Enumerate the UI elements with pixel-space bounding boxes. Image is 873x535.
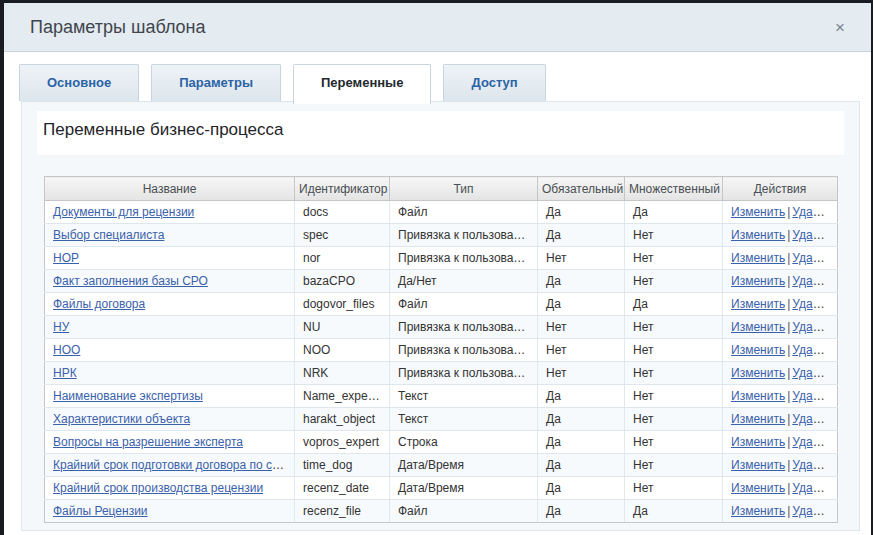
- table-row: НОО NOO Привязка к пользователю Нет Нет …: [45, 339, 838, 362]
- variable-type: Привязка к пользователю: [390, 316, 538, 339]
- edit-link[interactable]: Изменить: [731, 297, 785, 311]
- variable-type: Файл: [390, 500, 538, 523]
- variable-type: Текст: [390, 385, 538, 408]
- tab-bar: Основное Параметры Переменные Доступ: [19, 64, 856, 102]
- variable-identifier: docs: [295, 201, 390, 224]
- edit-link[interactable]: Изменить: [731, 389, 785, 403]
- variable-type: Текст: [390, 408, 538, 431]
- variable-multiple: Нет: [625, 270, 723, 293]
- variable-multiple: Нет: [625, 339, 723, 362]
- variable-type: Файл: [390, 293, 538, 316]
- variable-type: Привязка к пользователю: [390, 247, 538, 270]
- variable-multiple: Нет: [625, 477, 723, 500]
- variable-multiple: Нет: [625, 385, 723, 408]
- variable-name-link[interactable]: Выбор специалиста: [53, 228, 164, 242]
- variable-name-link[interactable]: Файлы договора: [53, 297, 145, 311]
- variable-type: Привязка к пользователю: [390, 362, 538, 385]
- edit-link[interactable]: Изменить: [731, 504, 785, 518]
- variable-multiple: Нет: [625, 316, 723, 339]
- variable-type: Строка: [390, 431, 538, 454]
- edit-link[interactable]: Изменить: [731, 320, 785, 334]
- variable-required: Нет: [538, 247, 625, 270]
- edit-link[interactable]: Изменить: [731, 458, 785, 472]
- edit-link[interactable]: Изменить: [731, 366, 785, 380]
- table-row: Файлы Рецензии recenz_file Файл Да Да Из…: [45, 500, 838, 523]
- action-separator: |: [787, 251, 790, 265]
- table-row: Наименование экспертизы Name_expertiz Те…: [45, 385, 838, 408]
- delete-link[interactable]: Удалить: [792, 228, 837, 242]
- variable-type: Да/Нет: [390, 270, 538, 293]
- variable-required: Да: [538, 385, 625, 408]
- variable-name-link[interactable]: Вопросы на разрешение эксперта: [53, 435, 243, 449]
- variable-name-link[interactable]: НУ: [53, 320, 69, 334]
- variables-table-body: Документы для рецензии docs Файл Да Да И…: [45, 201, 838, 523]
- delete-link[interactable]: Удалить: [792, 366, 837, 380]
- variable-identifier: spec: [295, 224, 390, 247]
- dialog-title: Параметры шаблона: [30, 17, 206, 38]
- variables-table-wrap: Название Идентификатор Тип Обязательный …: [44, 176, 837, 523]
- variable-name-link[interactable]: Наименование экспертизы: [53, 389, 203, 403]
- variable-name-link[interactable]: Крайний срок подготовки договора по сдел…: [53, 458, 295, 472]
- variable-name-link[interactable]: Документы для рецензии: [53, 205, 194, 219]
- close-icon[interactable]: ×: [831, 15, 849, 40]
- variable-type: Привязка к пользователю: [390, 224, 538, 247]
- tab-main[interactable]: Основное: [19, 64, 139, 101]
- delete-link[interactable]: Удалить: [792, 205, 837, 219]
- action-separator: |: [787, 320, 790, 334]
- edit-link[interactable]: Изменить: [731, 205, 785, 219]
- edit-link[interactable]: Изменить: [731, 343, 785, 357]
- variable-multiple: Да: [625, 500, 723, 523]
- variable-name-link[interactable]: НРК: [53, 366, 77, 380]
- table-row: Крайний срок производства рецензии recen…: [45, 477, 838, 500]
- variable-required: Нет: [538, 316, 625, 339]
- variable-required: Да: [538, 431, 625, 454]
- edit-link[interactable]: Изменить: [731, 274, 785, 288]
- variable-name-link[interactable]: НОР: [53, 251, 79, 265]
- delete-link[interactable]: Удалить: [792, 251, 837, 265]
- variable-required: Да: [538, 408, 625, 431]
- delete-link[interactable]: Удалить: [792, 274, 837, 288]
- edit-link[interactable]: Изменить: [731, 435, 785, 449]
- delete-link[interactable]: Удалить: [792, 458, 837, 472]
- delete-link[interactable]: Удалить: [792, 297, 837, 311]
- delete-link[interactable]: Удалить: [792, 504, 837, 518]
- edit-link[interactable]: Изменить: [731, 251, 785, 265]
- column-header-required: Обязательный: [538, 177, 625, 201]
- variable-name-link[interactable]: Факт заполнения базы СРО: [53, 274, 208, 288]
- table-row: НРК NRK Привязка к пользователю Нет Нет …: [45, 362, 838, 385]
- delete-link[interactable]: Удалить: [792, 389, 837, 403]
- delete-link[interactable]: Удалить: [792, 412, 837, 426]
- delete-link[interactable]: Удалить: [792, 435, 837, 449]
- variable-name-link[interactable]: Крайний срок производства рецензии: [53, 481, 263, 495]
- variable-identifier: vopros_expert: [295, 431, 390, 454]
- action-separator: |: [787, 481, 790, 495]
- variable-name-link[interactable]: Файлы Рецензии: [53, 504, 148, 518]
- action-separator: |: [787, 412, 790, 426]
- table-row: Файлы договора dogovor_files Файл Да Да …: [45, 293, 838, 316]
- variable-type: Дата/Время: [390, 477, 538, 500]
- tab-access[interactable]: Доступ: [443, 64, 545, 101]
- delete-link[interactable]: Удалить: [792, 320, 837, 334]
- variable-identifier: recenz_date: [295, 477, 390, 500]
- delete-link[interactable]: Удалить: [792, 481, 837, 495]
- edit-link[interactable]: Изменить: [731, 481, 785, 495]
- heading-strip: Переменные бизнес-процесса: [37, 111, 844, 155]
- tab-variables[interactable]: Переменные: [293, 64, 431, 104]
- variable-name-link[interactable]: НОО: [53, 343, 80, 357]
- table-row: Выбор специалиста spec Привязка к пользо…: [45, 224, 838, 247]
- column-header-name: Название: [45, 177, 295, 201]
- delete-link[interactable]: Удалить: [792, 343, 837, 357]
- variable-required: Да: [538, 293, 625, 316]
- edit-link[interactable]: Изменить: [731, 228, 785, 242]
- variable-identifier: NU: [295, 316, 390, 339]
- variable-name-link[interactable]: Характеристики объекта: [53, 412, 190, 426]
- variable-identifier: bazaCPO: [295, 270, 390, 293]
- edit-link[interactable]: Изменить: [731, 412, 785, 426]
- column-header-actions: Действия: [723, 177, 838, 201]
- variable-required: Да: [538, 477, 625, 500]
- variable-identifier: harakt_object: [295, 408, 390, 431]
- tab-parameters[interactable]: Параметры: [151, 64, 281, 101]
- action-separator: |: [787, 297, 790, 311]
- action-separator: |: [787, 343, 790, 357]
- table-header-row: Название Идентификатор Тип Обязательный …: [45, 177, 838, 201]
